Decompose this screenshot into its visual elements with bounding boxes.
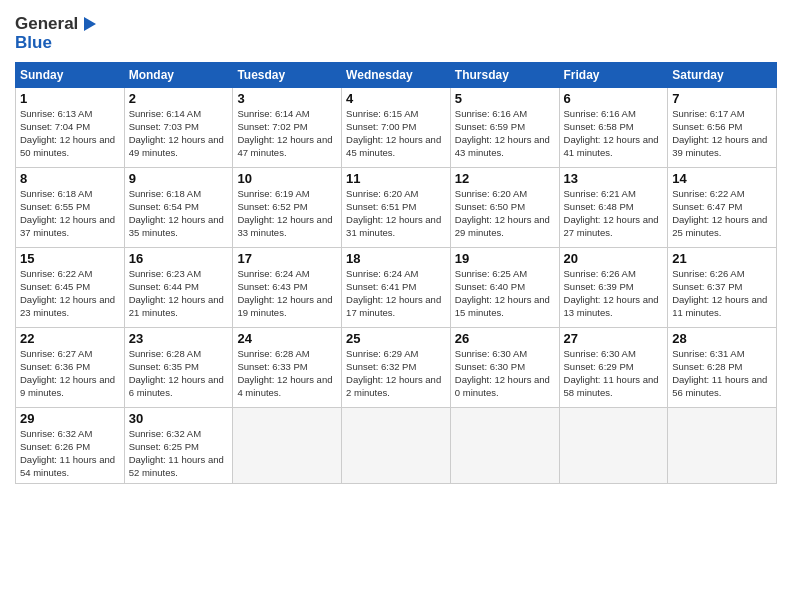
calendar-day-cell: 21Sunrise: 6:26 AMSunset: 6:37 PMDayligh… [668,248,777,328]
day-number: 6 [564,91,664,106]
day-info: Sunrise: 6:28 AMSunset: 6:33 PMDaylight:… [237,348,337,399]
day-info: Sunrise: 6:32 AMSunset: 6:25 PMDaylight:… [129,428,229,479]
day-number: 16 [129,251,229,266]
weekday-header-saturday: Saturday [668,63,777,88]
calendar-day-cell: 2Sunrise: 6:14 AMSunset: 7:03 PMDaylight… [124,88,233,168]
calendar-day-cell: 29Sunrise: 6:32 AMSunset: 6:26 PMDayligh… [16,408,125,483]
day-info: Sunrise: 6:31 AMSunset: 6:28 PMDaylight:… [672,348,772,399]
day-number: 4 [346,91,446,106]
day-info: Sunrise: 6:20 AMSunset: 6:51 PMDaylight:… [346,188,446,239]
weekday-header-friday: Friday [559,63,668,88]
day-info: Sunrise: 6:30 AMSunset: 6:29 PMDaylight:… [564,348,664,399]
calendar-day-cell: 27Sunrise: 6:30 AMSunset: 6:29 PMDayligh… [559,328,668,408]
day-info: Sunrise: 6:28 AMSunset: 6:35 PMDaylight:… [129,348,229,399]
day-number: 11 [346,171,446,186]
day-number: 17 [237,251,337,266]
weekday-header-monday: Monday [124,63,233,88]
page-container: General Blue SundayMondayTuesdayWednesda… [0,0,792,494]
day-info: Sunrise: 6:29 AMSunset: 6:32 PMDaylight:… [346,348,446,399]
day-number: 8 [20,171,120,186]
day-info: Sunrise: 6:26 AMSunset: 6:37 PMDaylight:… [672,268,772,319]
day-info: Sunrise: 6:22 AMSunset: 6:45 PMDaylight:… [20,268,120,319]
day-info: Sunrise: 6:15 AMSunset: 7:00 PMDaylight:… [346,108,446,159]
logo-arrow-icon [80,15,98,33]
calendar-day-cell: 14Sunrise: 6:22 AMSunset: 6:47 PMDayligh… [668,168,777,248]
logo: General Blue [15,15,98,52]
calendar-day-cell: 1Sunrise: 6:13 AMSunset: 7:04 PMDaylight… [16,88,125,168]
calendar-day-cell [342,408,451,483]
day-number: 2 [129,91,229,106]
calendar-week-row: 8Sunrise: 6:18 AMSunset: 6:55 PMDaylight… [16,168,777,248]
calendar-day-cell: 28Sunrise: 6:31 AMSunset: 6:28 PMDayligh… [668,328,777,408]
day-number: 5 [455,91,555,106]
day-number: 25 [346,331,446,346]
day-number: 27 [564,331,664,346]
calendar-week-row: 29Sunrise: 6:32 AMSunset: 6:26 PMDayligh… [16,408,777,483]
day-number: 28 [672,331,772,346]
svg-marker-0 [84,17,96,31]
day-number: 7 [672,91,772,106]
calendar-day-cell: 25Sunrise: 6:29 AMSunset: 6:32 PMDayligh… [342,328,451,408]
day-info: Sunrise: 6:24 AMSunset: 6:43 PMDaylight:… [237,268,337,319]
calendar-day-cell [559,408,668,483]
calendar-day-cell: 4Sunrise: 6:15 AMSunset: 7:00 PMDaylight… [342,88,451,168]
day-number: 24 [237,331,337,346]
day-info: Sunrise: 6:26 AMSunset: 6:39 PMDaylight:… [564,268,664,319]
day-number: 22 [20,331,120,346]
logo-text: General Blue [15,15,98,52]
calendar-day-cell: 24Sunrise: 6:28 AMSunset: 6:33 PMDayligh… [233,328,342,408]
calendar-table: SundayMondayTuesdayWednesdayThursdayFrid… [15,62,777,483]
calendar-day-cell: 8Sunrise: 6:18 AMSunset: 6:55 PMDaylight… [16,168,125,248]
weekday-header-thursday: Thursday [450,63,559,88]
calendar-day-cell: 19Sunrise: 6:25 AMSunset: 6:40 PMDayligh… [450,248,559,328]
weekday-header-tuesday: Tuesday [233,63,342,88]
day-info: Sunrise: 6:27 AMSunset: 6:36 PMDaylight:… [20,348,120,399]
calendar-day-cell: 7Sunrise: 6:17 AMSunset: 6:56 PMDaylight… [668,88,777,168]
day-number: 19 [455,251,555,266]
calendar-day-cell: 5Sunrise: 6:16 AMSunset: 6:59 PMDaylight… [450,88,559,168]
day-info: Sunrise: 6:20 AMSunset: 6:50 PMDaylight:… [455,188,555,239]
day-info: Sunrise: 6:24 AMSunset: 6:41 PMDaylight:… [346,268,446,319]
day-info: Sunrise: 6:17 AMSunset: 6:56 PMDaylight:… [672,108,772,159]
day-info: Sunrise: 6:30 AMSunset: 6:30 PMDaylight:… [455,348,555,399]
calendar-day-cell: 22Sunrise: 6:27 AMSunset: 6:36 PMDayligh… [16,328,125,408]
day-info: Sunrise: 6:32 AMSunset: 6:26 PMDaylight:… [20,428,120,479]
day-number: 1 [20,91,120,106]
day-info: Sunrise: 6:16 AMSunset: 6:58 PMDaylight:… [564,108,664,159]
calendar-week-row: 22Sunrise: 6:27 AMSunset: 6:36 PMDayligh… [16,328,777,408]
day-number: 3 [237,91,337,106]
calendar-day-cell: 3Sunrise: 6:14 AMSunset: 7:02 PMDaylight… [233,88,342,168]
day-info: Sunrise: 6:14 AMSunset: 7:03 PMDaylight:… [129,108,229,159]
day-number: 13 [564,171,664,186]
calendar-day-cell [233,408,342,483]
day-number: 20 [564,251,664,266]
calendar-day-cell: 15Sunrise: 6:22 AMSunset: 6:45 PMDayligh… [16,248,125,328]
day-info: Sunrise: 6:23 AMSunset: 6:44 PMDaylight:… [129,268,229,319]
calendar-week-row: 1Sunrise: 6:13 AMSunset: 7:04 PMDaylight… [16,88,777,168]
day-number: 29 [20,411,120,426]
day-number: 21 [672,251,772,266]
day-number: 10 [237,171,337,186]
weekday-header-sunday: Sunday [16,63,125,88]
day-number: 14 [672,171,772,186]
day-info: Sunrise: 6:13 AMSunset: 7:04 PMDaylight:… [20,108,120,159]
calendar-day-cell: 30Sunrise: 6:32 AMSunset: 6:25 PMDayligh… [124,408,233,483]
day-info: Sunrise: 6:19 AMSunset: 6:52 PMDaylight:… [237,188,337,239]
day-info: Sunrise: 6:16 AMSunset: 6:59 PMDaylight:… [455,108,555,159]
calendar-header-row: SundayMondayTuesdayWednesdayThursdayFrid… [16,63,777,88]
day-number: 18 [346,251,446,266]
day-info: Sunrise: 6:14 AMSunset: 7:02 PMDaylight:… [237,108,337,159]
day-number: 15 [20,251,120,266]
day-number: 23 [129,331,229,346]
day-info: Sunrise: 6:22 AMSunset: 6:47 PMDaylight:… [672,188,772,239]
day-info: Sunrise: 6:21 AMSunset: 6:48 PMDaylight:… [564,188,664,239]
calendar-day-cell [450,408,559,483]
calendar-day-cell: 20Sunrise: 6:26 AMSunset: 6:39 PMDayligh… [559,248,668,328]
calendar-day-cell: 23Sunrise: 6:28 AMSunset: 6:35 PMDayligh… [124,328,233,408]
calendar-day-cell: 17Sunrise: 6:24 AMSunset: 6:43 PMDayligh… [233,248,342,328]
weekday-header-wednesday: Wednesday [342,63,451,88]
day-number: 26 [455,331,555,346]
calendar-day-cell: 6Sunrise: 6:16 AMSunset: 6:58 PMDaylight… [559,88,668,168]
day-info: Sunrise: 6:18 AMSunset: 6:54 PMDaylight:… [129,188,229,239]
calendar-day-cell: 12Sunrise: 6:20 AMSunset: 6:50 PMDayligh… [450,168,559,248]
